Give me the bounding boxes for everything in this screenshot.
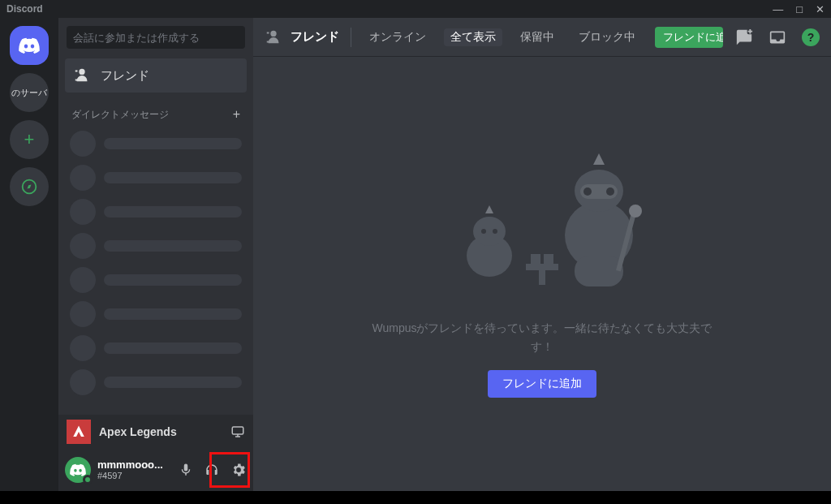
friends-nav[interactable]: フレンド — [65, 58, 247, 93]
svg-point-10 — [473, 217, 506, 246]
wumpus-illustration — [404, 150, 680, 304]
dm-placeholder — [65, 161, 247, 195]
svg-point-8 — [606, 187, 614, 196]
now-playing[interactable]: Apex Legends — [58, 415, 253, 449]
mute-button[interactable] — [179, 463, 193, 477]
microphone-icon — [179, 463, 193, 477]
header-title: フレンド — [291, 29, 339, 45]
tab-online[interactable]: オンライン — [363, 28, 433, 46]
dm-placeholder — [65, 195, 247, 229]
bottom-bar — [0, 491, 831, 504]
tab-blocked[interactable]: ブロック中 — [572, 28, 642, 46]
discord-logo-icon — [19, 37, 40, 54]
svg-rect-13 — [526, 264, 558, 270]
settings-button[interactable] — [230, 462, 247, 478]
status-dot — [83, 475, 93, 485]
search-container — [67, 26, 245, 49]
activity-label: Apex Legends — [99, 425, 177, 438]
gear-icon — [230, 462, 247, 478]
empty-state: Wumpusがフレンドを待っています。一緒に待たなくても大丈夫です！ フレンドに… — [253, 57, 831, 491]
content-header: フレンド オンライン 全て表示 保留中 ブロック中 フレンドに追加 ? — [253, 18, 831, 57]
new-group-dm-button[interactable] — [735, 28, 753, 46]
explore-servers-button[interactable] — [10, 167, 49, 206]
friends-icon — [265, 28, 282, 46]
apex-logo-icon — [67, 420, 91, 444]
svg-rect-14 — [539, 270, 545, 285]
dm-header: ダイレクトメッセージ + — [71, 107, 240, 122]
friends-icon — [73, 67, 91, 84]
user-tag: #4597 — [97, 471, 163, 480]
compass-icon — [21, 179, 37, 195]
server-label: のサーバ — [11, 87, 47, 99]
divider — [351, 28, 351, 47]
dm-placeholder — [65, 127, 247, 161]
deafen-button[interactable] — [205, 463, 219, 477]
server-rail: のサーバ + — [0, 18, 58, 491]
user-avatar[interactable] — [65, 457, 91, 483]
svg-rect-1 — [232, 427, 243, 434]
close-button[interactable]: ✕ — [816, 3, 825, 15]
dm-placeholder — [65, 365, 247, 399]
discord-logo-icon — [70, 463, 86, 476]
window-controls: — □ ✕ — [773, 3, 825, 15]
add-server-button[interactable]: + — [10, 120, 49, 159]
screen-share-icon[interactable] — [230, 424, 245, 439]
help-button[interactable]: ? — [802, 28, 820, 46]
friends-nav-label: フレンド — [101, 68, 149, 84]
main-content: フレンド オンライン 全て表示 保留中 ブロック中 フレンドに追加 ? — [253, 18, 831, 491]
maximize-button[interactable]: □ — [796, 3, 803, 15]
dm-placeholder — [65, 263, 247, 297]
svg-point-12 — [493, 229, 497, 234]
svg-point-18 — [629, 205, 642, 218]
svg-rect-15 — [531, 254, 540, 264]
svg-point-7 — [583, 187, 592, 196]
header-title-group: フレンド — [265, 28, 339, 46]
svg-rect-5 — [575, 256, 623, 286]
dm-sidebar: フレンド ダイレクトメッセージ + Apex Legends — [58, 18, 253, 491]
headphones-icon — [205, 463, 219, 477]
username: mmmmooo... — [97, 459, 163, 471]
tab-pending[interactable]: 保留中 — [514, 28, 561, 46]
svg-rect-16 — [544, 254, 553, 264]
titlebar: Discord — □ ✕ — [0, 0, 831, 18]
svg-point-11 — [481, 229, 486, 234]
inbox-button[interactable] — [769, 29, 786, 45]
user-panel: mmmmooo... #4597 — [58, 449, 253, 491]
dm-placeholder — [65, 229, 247, 263]
minimize-button[interactable]: — — [773, 3, 783, 15]
dm-placeholder — [65, 297, 247, 331]
chat-plus-icon — [735, 28, 753, 46]
tab-all[interactable]: 全て表示 — [444, 28, 502, 46]
add-friend-button[interactable]: フレンドに追加 — [655, 27, 723, 48]
empty-message: Wumpusがフレンドを待っています。一緒に待たなくても大丈夫です！ — [372, 319, 713, 355]
empty-add-friend-button[interactable]: フレンドに追加 — [488, 370, 596, 398]
inbox-icon — [769, 29, 786, 45]
server-item[interactable]: のサーバ — [10, 73, 49, 112]
search-input[interactable] — [67, 26, 245, 49]
home-button[interactable] — [10, 26, 49, 65]
dm-placeholder — [65, 331, 247, 365]
create-dm-button[interactable]: + — [233, 107, 240, 122]
dm-header-label: ダイレクトメッセージ — [71, 108, 169, 122]
app-title: Discord — [6, 3, 43, 15]
dm-list — [58, 127, 253, 415]
